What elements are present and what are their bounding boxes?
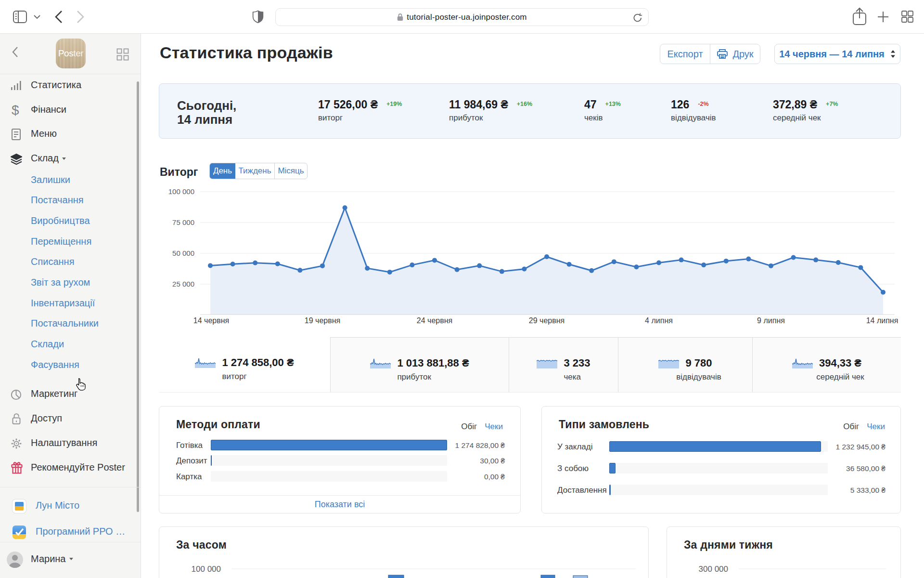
svg-text:24 червня: 24 червня <box>417 316 452 325</box>
svg-text:300 000: 300 000 <box>699 565 728 574</box>
svg-text:14 червня: 14 червня <box>193 316 229 325</box>
svg-text:75 000: 75 000 <box>172 218 194 226</box>
svg-text:50 000: 50 000 <box>172 249 194 257</box>
svg-text:19 червня: 19 червня <box>305 316 340 325</box>
svg-text:14 липня: 14 липня <box>866 316 898 325</box>
svg-text:100 000: 100 000 <box>168 187 194 196</box>
svg-text:29 червня: 29 червня <box>529 316 565 325</box>
svg-text:9 липня: 9 липня <box>757 316 785 325</box>
svg-text:100 000: 100 000 <box>192 565 221 574</box>
svg-text:4 липня: 4 липня <box>645 316 673 325</box>
svg-text:25 000: 25 000 <box>172 280 194 288</box>
